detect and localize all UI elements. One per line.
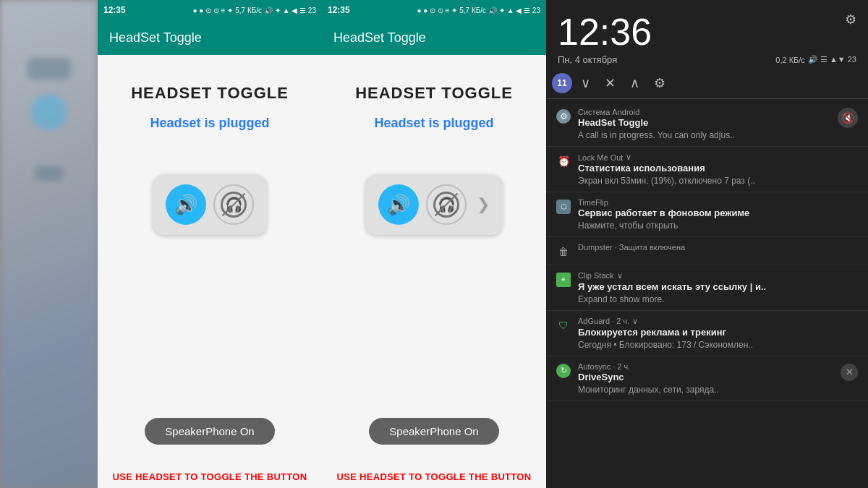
status-bar-2: 12:35 ● ● ⊙ ⊙ ≡ ✦ 5,7 КБ/с 🔊 ✦ ▲ ◀ ☰ 23 (322, 0, 546, 20)
notification-body-clipstack: Expand to show more. (578, 294, 824, 304)
notification-list: ⚙ Система Android HeadSet Toggle A call … (546, 99, 868, 488)
notification-app-lockme: Lock Me Out ∨ (578, 153, 858, 162)
adguard-icon: 🛡 (556, 318, 571, 333)
settings-icon[interactable]: ⚙ (845, 12, 856, 27)
notification-item-autosync[interactable]: ↻ Autosync · 2 ч. DriveSync Мониторинг д… (546, 356, 868, 401)
status-icons-1: ● ● ⊙ ⊙ ≡ ✦ 5,7 КБ/с 🔊 ✦ ▲ ◀ ☰ 23 (192, 7, 316, 14)
mute-button-2[interactable]: 🎧 (426, 184, 467, 225)
notification-content-dumpster: Dumpster · Защита включена (578, 243, 858, 252)
autosync-icon: ↻ (556, 364, 571, 378)
notification-drawer: 12:36 ⚙ Пн, 4 октября 0,2 КБ/с 🔊 ☰ ▲▼ 23… (546, 0, 868, 488)
notification-clock: 12:36 (558, 12, 652, 53)
headset-status-2: Headset is plugged (374, 116, 493, 131)
status-icons-2: ● ● ⊙ ⊙ ≡ ✦ 5,7 КБ/с 🔊 ✦ ▲ ◀ ☰ 23 (417, 7, 540, 14)
notification-title-clipstack: Я уже устал всем искать эту ссылку | и.. (578, 281, 858, 294)
notification-item-dumpster[interactable]: 🗑 Dumpster · Защита включена (546, 237, 868, 265)
dismiss-autosync-button[interactable]: ✕ (841, 364, 858, 381)
speaker-icon-1: 🔊 (174, 194, 197, 216)
phone-body-1: HEADSET TOGGLE Headset is plugged 🔊 🎧 Sp… (98, 55, 322, 488)
notification-app-timeflip: TimeFlip (578, 198, 858, 207)
close-icon: ✕ (846, 367, 854, 377)
chevron-right-icon: ❯ (477, 195, 490, 214)
toolbar-title-1: HeadSet Toggle (109, 30, 202, 46)
notification-body-adguard: Сегодня • Блокировано: 173 / Сэкономлен.… (578, 340, 824, 350)
speaker-on-button-2[interactable]: 🔊 (378, 184, 419, 225)
mute-button-1[interactable]: 🎧 (213, 184, 254, 225)
notification-content-headset: Система Android HeadSet Toggle A call is… (578, 108, 830, 140)
headset-heading-2: HEADSET TOGGLE (355, 84, 513, 103)
notification-title-autosync: DriveSync (578, 372, 833, 384)
lockme-icon: ⏰ (556, 154, 571, 168)
dismiss-all-button[interactable]: ✕ (599, 72, 621, 94)
notification-status-icons: 0,2 КБ/с 🔊 ☰ ▲▼ 23 (775, 55, 856, 64)
notification-app-clipstack: Clip Stack ∨ (578, 271, 858, 281)
collapse-all-button[interactable]: ∧ (624, 72, 645, 94)
clipstack-icon: ≡ (556, 273, 571, 287)
notification-item-clipstack[interactable]: ≡ Clip Stack ∨ Я уже устал всем искать э… (546, 265, 868, 311)
toggle-container-1: 🔊 🎧 (153, 174, 267, 235)
toggle-container-2: 🔊 🎧 ❯ (365, 174, 503, 235)
notification-content-lockme: Lock Me Out ∨ Статистика использования Э… (578, 153, 858, 186)
status-time-1: 12:35 (103, 5, 126, 15)
notification-app-dumpster: Dumpster · Защита включена (578, 243, 858, 252)
status-bar-1: 12:35 ● ● ⊙ ⊙ ≡ ✦ 5,7 КБ/с 🔊 ✦ ▲ ◀ ☰ 23 (98, 0, 322, 20)
speaker-on-button-1[interactable]: 🔊 (166, 184, 206, 225)
notification-item-lockme[interactable]: ⏰ Lock Me Out ∨ Статистика использования… (546, 147, 868, 192)
notification-title-timeflip: Сервис работает в фоновом режиме (578, 207, 858, 220)
notification-action-headset[interactable]: 🔇 (838, 108, 858, 128)
expand-all-button[interactable]: ∨ (575, 72, 596, 94)
notification-date: Пн, 4 октября (558, 54, 617, 65)
bottom-instruction-1: USE HEADSET TO TOGGLE THE BUTTON (98, 471, 322, 482)
notification-body-lockme: Экран вкл 53мин. (19%), отключено 7 раз … (578, 176, 824, 186)
dumpster-icon: 🗑 (556, 244, 571, 259)
notification-body-timeflip: Нажмите, чтобы открыть (578, 221, 824, 231)
notification-content-clipstack: Clip Stack ∨ Я уже устал всем искать эту… (578, 271, 858, 304)
phone-panel-2: 12:35 ● ● ⊙ ⊙ ≡ ✦ 5,7 КБ/с 🔊 ✦ ▲ ◀ ☰ 23 … (322, 0, 546, 488)
toolbar-1: HeadSet Toggle (98, 20, 322, 55)
mute-action-icon: 🔇 (842, 112, 854, 124)
headset-heading-1: HEADSET TOGGLE (131, 84, 289, 103)
toolbar-title-2: HeadSet Toggle (333, 30, 426, 46)
notification-item-headset[interactable]: ⚙ Система Android HeadSet Toggle A call … (546, 102, 868, 147)
status-time-2: 12:35 (328, 5, 350, 15)
notification-settings-button[interactable]: ⚙ (648, 72, 671, 94)
bottom-instruction-2: USE HEADSET TO TOGGLE THE BUTTON (322, 471, 546, 482)
speaker-icon-2: 🔊 (387, 194, 410, 216)
mute-headset-icon-1: 🎧 (221, 192, 247, 218)
android-system-icon: ⚙ (556, 109, 571, 124)
timeflip-icon: ⬡ (556, 200, 571, 214)
speakerphone-button-2[interactable]: SpeakerPhone On (369, 418, 498, 445)
notification-content-timeflip: TimeFlip Сервис работает в фоновом режим… (578, 198, 858, 231)
notification-controls: 11 ∨ ✕ ∧ ⚙ (546, 68, 868, 99)
toolbar-2: HeadSet Toggle (322, 20, 546, 55)
notification-content-adguard: AdGuard · 2 ч. ∨ Блокируется реклама и т… (578, 317, 858, 350)
notification-title-adguard: Блокируется реклама и трекинг (578, 327, 858, 339)
notification-item-adguard[interactable]: 🛡 AdGuard · 2 ч. ∨ Блокируется реклама и… (546, 311, 868, 356)
notification-app-autosync: Autosync · 2 ч. (578, 362, 833, 371)
speakerphone-button-1[interactable]: SpeakerPhone On (145, 418, 274, 445)
phone-panel-1: 12:35 ● ● ⊙ ⊙ ≡ ✦ 5,7 КБ/с 🔊 ✦ ▲ ◀ ☰ 23 … (98, 0, 322, 488)
headset-status-1: Headset is plugged (150, 116, 269, 131)
notification-title-headset: HeadSet Toggle (578, 117, 830, 129)
notification-item-timeflip[interactable]: ⬡ TimeFlip Сервис работает в фоновом реж… (546, 192, 868, 237)
phone-body-2: HEADSET TOGGLE Headset is plugged 🔊 🎧 ❯ … (322, 55, 546, 488)
notification-app-headset: Система Android (578, 108, 830, 116)
notification-count-badge: 11 (552, 73, 572, 93)
left-blur-panel (0, 0, 98, 488)
notification-app-adguard: AdGuard · 2 ч. ∨ (578, 317, 858, 326)
notification-title-lockme: Статистика использования (578, 163, 858, 175)
notification-date-row: Пн, 4 октября 0,2 КБ/с 🔊 ☰ ▲▼ 23 (558, 54, 856, 65)
notification-content-autosync: Autosync · 2 ч. DriveSync Мониторинг дан… (578, 362, 833, 395)
mute-headset-icon-2: 🎧 (433, 192, 459, 218)
notification-header: 12:36 ⚙ Пн, 4 октября 0,2 КБ/с 🔊 ☰ ▲▼ 23 (546, 0, 868, 68)
notification-body-headset: A call is in progress. You can only adju… (578, 130, 824, 140)
notification-body-autosync: Мониторинг данных, сети, заряда.. (578, 385, 824, 395)
